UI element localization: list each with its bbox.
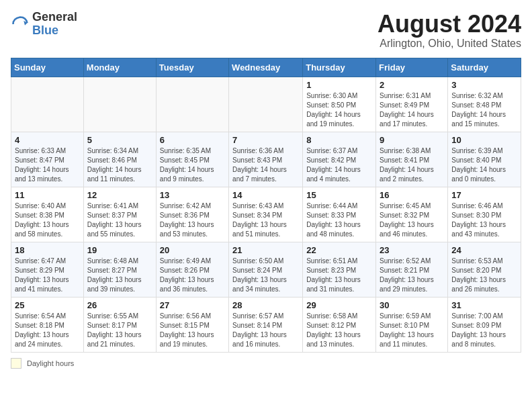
day-number: 25 [15, 300, 80, 310]
day-number: 22 [306, 245, 372, 255]
day-info: Sunrise: 6:33 AM Sunset: 8:47 PM Dayligh… [15, 146, 80, 184]
day-info: Sunrise: 6:46 AM Sunset: 8:30 PM Dayligh… [451, 201, 517, 239]
calendar-cell [11, 77, 84, 132]
calendar-cell [229, 77, 303, 132]
day-info: Sunrise: 7:00 AM Sunset: 8:09 PM Dayligh… [451, 312, 517, 349]
calendar-cell: 30Sunrise: 6:59 AM Sunset: 8:10 PM Dayli… [376, 297, 448, 352]
day-number: 11 [15, 190, 80, 200]
day-info: Sunrise: 6:59 AM Sunset: 8:10 PM Dayligh… [380, 312, 444, 349]
day-info: Sunrise: 6:55 AM Sunset: 8:17 PM Dayligh… [87, 312, 152, 349]
calendar-cell: 2Sunrise: 6:31 AM Sunset: 8:49 PM Daylig… [376, 77, 448, 132]
day-info: Sunrise: 6:50 AM Sunset: 8:24 PM Dayligh… [232, 257, 299, 294]
calendar-cell: 13Sunrise: 6:42 AM Sunset: 8:36 PM Dayli… [156, 187, 228, 242]
header-row: SundayMondayTuesdayWednesdayThursdayFrid… [11, 58, 521, 77]
calendar-cell: 8Sunrise: 6:37 AM Sunset: 8:42 PM Daylig… [303, 132, 376, 187]
day-header: Friday [376, 58, 448, 77]
calendar-cell: 3Sunrise: 6:32 AM Sunset: 8:48 PM Daylig… [448, 77, 521, 132]
day-info: Sunrise: 6:49 AM Sunset: 8:26 PM Dayligh… [160, 257, 225, 294]
calendar-cell: 21Sunrise: 6:50 AM Sunset: 8:24 PM Dayli… [229, 242, 303, 297]
day-number: 18 [15, 245, 80, 255]
day-info: Sunrise: 6:41 AM Sunset: 8:37 PM Dayligh… [87, 201, 152, 239]
day-number: 17 [451, 190, 517, 200]
day-info: Sunrise: 6:36 AM Sunset: 8:43 PM Dayligh… [232, 146, 299, 184]
calendar-cell: 11Sunrise: 6:40 AM Sunset: 8:38 PM Dayli… [11, 187, 84, 242]
day-info: Sunrise: 6:58 AM Sunset: 8:12 PM Dayligh… [306, 312, 372, 349]
calendar-week-row: 1Sunrise: 6:30 AM Sunset: 8:50 PM Daylig… [11, 77, 521, 132]
header: General Blue August 2024 Arlington, Ohio… [11, 11, 521, 50]
calendar-cell: 29Sunrise: 6:58 AM Sunset: 8:12 PM Dayli… [303, 297, 376, 352]
calendar-cell: 16Sunrise: 6:45 AM Sunset: 8:32 PM Dayli… [376, 187, 448, 242]
day-number: 27 [160, 300, 225, 310]
day-info: Sunrise: 6:53 AM Sunset: 8:20 PM Dayligh… [451, 257, 517, 294]
day-header: Tuesday [156, 58, 228, 77]
page-title: August 2024 [378, 11, 521, 38]
day-header: Wednesday [229, 58, 303, 77]
calendar-cell: 18Sunrise: 6:47 AM Sunset: 8:29 PM Dayli… [11, 242, 84, 297]
day-number: 21 [232, 245, 299, 255]
day-info: Sunrise: 6:52 AM Sunset: 8:21 PM Dayligh… [380, 257, 444, 294]
legend: Daylight hours [11, 358, 521, 369]
logo: General Blue [11, 11, 77, 38]
day-info: Sunrise: 6:44 AM Sunset: 8:33 PM Dayligh… [306, 201, 372, 239]
day-header: Saturday [448, 58, 521, 77]
logo-general: General [32, 11, 77, 24]
calendar-cell: 24Sunrise: 6:53 AM Sunset: 8:20 PM Dayli… [448, 242, 521, 297]
calendar-body: 1Sunrise: 6:30 AM Sunset: 8:50 PM Daylig… [11, 77, 521, 352]
day-info: Sunrise: 6:54 AM Sunset: 8:18 PM Dayligh… [15, 312, 80, 349]
day-info: Sunrise: 6:47 AM Sunset: 8:29 PM Dayligh… [15, 257, 80, 294]
logo-text: General Blue [32, 11, 77, 38]
calendar-cell: 20Sunrise: 6:49 AM Sunset: 8:26 PM Dayli… [156, 242, 228, 297]
day-info: Sunrise: 6:35 AM Sunset: 8:45 PM Dayligh… [160, 146, 225, 184]
day-number: 28 [232, 300, 299, 310]
day-number: 13 [160, 190, 225, 200]
calendar-cell: 10Sunrise: 6:39 AM Sunset: 8:40 PM Dayli… [448, 132, 521, 187]
day-info: Sunrise: 6:45 AM Sunset: 8:32 PM Dayligh… [380, 201, 444, 239]
day-info: Sunrise: 6:43 AM Sunset: 8:34 PM Dayligh… [232, 201, 299, 239]
calendar-cell: 26Sunrise: 6:55 AM Sunset: 8:17 PM Dayli… [83, 297, 156, 352]
legend-box [11, 358, 21, 369]
day-header: Monday [83, 58, 156, 77]
day-info: Sunrise: 6:51 AM Sunset: 8:23 PM Dayligh… [306, 257, 372, 294]
day-info: Sunrise: 6:34 AM Sunset: 8:46 PM Dayligh… [87, 146, 152, 184]
day-number: 10 [451, 135, 517, 145]
legend-label: Daylight hours [27, 359, 74, 367]
calendar-cell: 7Sunrise: 6:36 AM Sunset: 8:43 PM Daylig… [229, 132, 303, 187]
calendar-cell [156, 77, 228, 132]
calendar-cell: 5Sunrise: 6:34 AM Sunset: 8:46 PM Daylig… [83, 132, 156, 187]
calendar-cell: 23Sunrise: 6:52 AM Sunset: 8:21 PM Dayli… [376, 242, 448, 297]
day-number: 9 [380, 135, 444, 145]
logo-icon [11, 15, 30, 34]
page-subtitle: Arlington, Ohio, United States [378, 38, 521, 50]
calendar-cell: 14Sunrise: 6:43 AM Sunset: 8:34 PM Dayli… [229, 187, 303, 242]
day-info: Sunrise: 6:38 AM Sunset: 8:41 PM Dayligh… [380, 146, 444, 184]
title-area: August 2024 Arlington, Ohio, United Stat… [378, 11, 521, 50]
day-info: Sunrise: 6:32 AM Sunset: 8:48 PM Dayligh… [451, 91, 517, 129]
calendar-cell: 28Sunrise: 6:57 AM Sunset: 8:14 PM Dayli… [229, 297, 303, 352]
day-number: 3 [451, 80, 517, 90]
day-number: 26 [87, 300, 152, 310]
calendar-cell: 22Sunrise: 6:51 AM Sunset: 8:23 PM Dayli… [303, 242, 376, 297]
day-number: 31 [451, 300, 517, 310]
logo-blue: Blue [32, 24, 77, 38]
calendar-cell: 1Sunrise: 6:30 AM Sunset: 8:50 PM Daylig… [303, 77, 376, 132]
day-number: 24 [451, 245, 517, 255]
day-number: 30 [380, 300, 444, 310]
calendar: SundayMondayTuesdayWednesdayThursdayFrid… [11, 58, 521, 353]
day-info: Sunrise: 6:57 AM Sunset: 8:14 PM Dayligh… [232, 312, 299, 349]
day-info: Sunrise: 6:31 AM Sunset: 8:49 PM Dayligh… [380, 91, 444, 129]
calendar-week-row: 25Sunrise: 6:54 AM Sunset: 8:18 PM Dayli… [11, 297, 521, 352]
day-number: 20 [160, 245, 225, 255]
day-info: Sunrise: 6:48 AM Sunset: 8:27 PM Dayligh… [87, 257, 152, 294]
day-info: Sunrise: 6:39 AM Sunset: 8:40 PM Dayligh… [451, 146, 517, 184]
calendar-cell: 15Sunrise: 6:44 AM Sunset: 8:33 PM Dayli… [303, 187, 376, 242]
day-info: Sunrise: 6:37 AM Sunset: 8:42 PM Dayligh… [306, 146, 372, 184]
calendar-week-row: 18Sunrise: 6:47 AM Sunset: 8:29 PM Dayli… [11, 242, 521, 297]
day-number: 6 [160, 135, 225, 145]
day-header: Sunday [11, 58, 84, 77]
day-info: Sunrise: 6:40 AM Sunset: 8:38 PM Dayligh… [15, 201, 80, 239]
day-header: Thursday [303, 58, 376, 77]
calendar-cell [83, 77, 156, 132]
day-number: 8 [306, 135, 372, 145]
calendar-cell: 31Sunrise: 7:00 AM Sunset: 8:09 PM Dayli… [448, 297, 521, 352]
calendar-cell: 6Sunrise: 6:35 AM Sunset: 8:45 PM Daylig… [156, 132, 228, 187]
